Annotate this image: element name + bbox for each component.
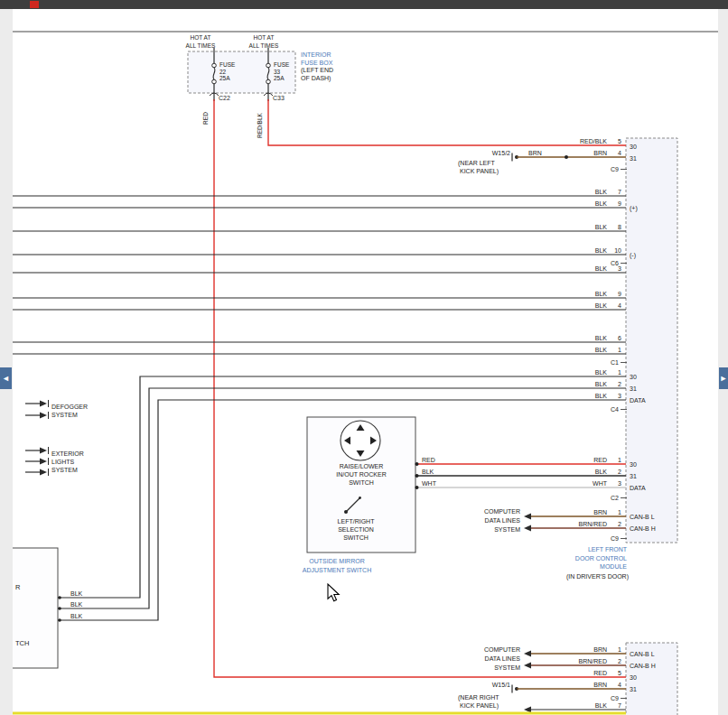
module-pin-label: CAN-B L (630, 514, 655, 520)
pin-number: 3 (618, 393, 621, 399)
pin-wire-label: BLK (595, 369, 608, 376)
pin-number: 10 (614, 247, 621, 254)
module-pin-label: 31 (630, 155, 637, 162)
pin-number: 1 (618, 369, 621, 376)
wire-color-label: WHT (422, 480, 437, 487)
bottom-left-box-text: R (15, 583, 21, 591)
connector-label-c22: C22 (219, 95, 230, 101)
arrow-left-icon (524, 707, 531, 713)
pin-number: 1 (618, 347, 621, 353)
connector-label-c33: C33 (273, 95, 285, 101)
wire-color-label-redblk: RED/BLK (257, 112, 263, 137)
junction-dot (415, 474, 419, 478)
selector-switch-contact (359, 497, 361, 499)
fuse-box-title: INTERIOR (301, 51, 331, 58)
fuse-label: FUSE (274, 61, 290, 68)
left-front-door-control-module-box (626, 138, 677, 543)
switch-caption: OUTSIDE MIRROR (309, 558, 364, 564)
pin-wire-label: BLK (595, 335, 608, 341)
top-bar (0, 0, 728, 9)
pin-wire-label: BLK (595, 381, 608, 387)
pin-wire-label: BLK (595, 469, 608, 475)
pin-number: 2 (618, 658, 621, 664)
fuse-box-title: FUSE BOX (301, 60, 333, 66)
ref-exterior-label: SYSTEM (51, 467, 78, 473)
arrow-right-icon (40, 459, 47, 465)
wire-red-blk (268, 99, 626, 145)
module-pin-label: DATA (630, 485, 646, 491)
pin-number: 1 (618, 457, 621, 463)
rocker-switch-label: RAISE/LOWER (340, 463, 384, 469)
scroll-left-button[interactable]: ◄ (0, 367, 12, 389)
ref-exterior-label: EXTERIOR (51, 450, 84, 457)
ref-computer-label: COMPUTER (484, 508, 520, 515)
splice-location: (NEAR LEFT (458, 160, 496, 167)
splice-location: (NEAR RIGHT (458, 694, 499, 701)
fuse-label: FUSE (219, 61, 236, 68)
junction-dot (415, 462, 419, 466)
hot-at-label: HOT AT (191, 34, 211, 41)
pin-wire-label: RED (593, 670, 607, 676)
splice-location: KICK PANEL) (460, 168, 499, 175)
fuse22-top-terminal (212, 63, 217, 68)
hot-at-label: HOT AT (254, 34, 275, 41)
pin-number: 1 (618, 646, 621, 653)
connector-label: C4 (611, 406, 619, 413)
right-arrow-icon: ► (720, 374, 728, 383)
pin-wire-label: BRN (593, 682, 607, 688)
pin-number: 4 (618, 682, 621, 688)
pin-number: 2 (618, 521, 621, 527)
fuse-rating: 25A (274, 75, 285, 81)
connector-label: C2 (611, 495, 619, 501)
fuse-number: 33 (274, 69, 281, 75)
module-caption: LEFT FRONT (588, 546, 628, 552)
arrow-right-icon (40, 469, 47, 476)
module-location: (IN DRIVER'S DOOR) (566, 573, 629, 580)
wire-color-label: BRN (528, 150, 542, 156)
arrow-left-icon (524, 651, 531, 657)
ref-defogger-label: SYSTEM (51, 412, 78, 418)
pin-number: 3 (618, 480, 621, 487)
fuse22-bottom-terminal (212, 79, 217, 84)
module-pin-label: 31 (630, 686, 637, 692)
connector-label: C9 (611, 166, 619, 172)
wire-color-label: BLK (70, 590, 83, 597)
scroll-right-button[interactable]: ► (719, 367, 728, 389)
fuse-box-location: OF DASH) (301, 75, 331, 82)
pin-wire-label: BLK (595, 702, 608, 709)
ref-computer-label: SYSTEM (494, 664, 520, 671)
arrow-left-icon (524, 525, 531, 532)
pin-wire-label: BLK (595, 265, 608, 272)
record-indicator-icon (30, 1, 39, 8)
pin-number: 2 (618, 381, 621, 387)
ref-computer-label: COMPUTER (484, 646, 520, 653)
module-pin-label: 31 (630, 385, 637, 392)
pin-wire-label: BLK (595, 393, 608, 399)
wire-color-label: BLK (70, 601, 83, 608)
pin-number: 4 (618, 150, 621, 156)
junction-dot (58, 607, 61, 610)
wire-color-label: BLK (70, 613, 83, 619)
connector-label: C1 (611, 359, 619, 366)
arrow-left-icon (524, 514, 531, 520)
pin-number: 7 (618, 189, 621, 195)
hot-at-label: ALL TIMES (249, 42, 280, 49)
fuse-box-location: (LEFT END (301, 67, 333, 74)
pin-number: 5 (618, 138, 621, 144)
pin-wire-label: BLK (595, 291, 608, 297)
module-pin-label: CAN-B H (630, 663, 656, 669)
pin-wire-label: BLK (595, 189, 608, 195)
module-pin-label: CAN-B H (630, 525, 656, 532)
pin-number: 8 (618, 224, 621, 230)
pin-wire-label: BLK (595, 302, 608, 309)
fuse-rating: 25A (219, 75, 230, 81)
wire-color-label: RED (422, 457, 435, 463)
bottom-left-box-text: TCH (15, 639, 29, 647)
module-pin-label: 30 (630, 461, 637, 468)
mouse-cursor-icon (327, 583, 343, 605)
pin-wire-label: BLK (595, 224, 608, 230)
pin-number: 5 (618, 670, 621, 676)
pin-number: 4 (618, 302, 621, 309)
ref-defogger-label: DEFOGGER (51, 404, 88, 410)
pin-number: 9 (618, 200, 621, 207)
